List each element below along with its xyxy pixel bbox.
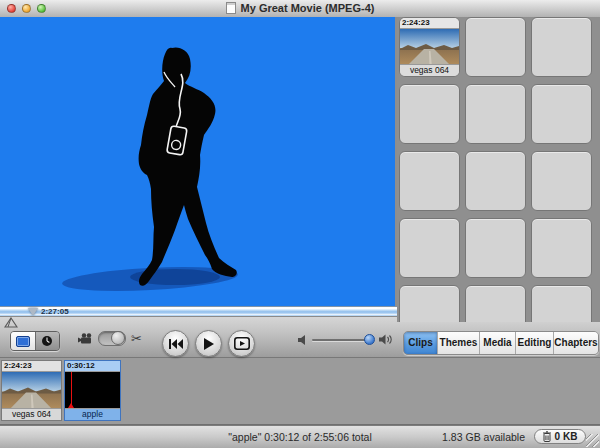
- window-title-text: My Great Movie (MPEG-4): [241, 2, 375, 14]
- volume-max-icon: [379, 334, 393, 345]
- timeline-clip-duration: 0:30:12: [65, 361, 120, 372]
- empty-clip-cell: [399, 285, 460, 322]
- camera-edit-mode-toggle: ✂: [78, 331, 142, 346]
- timeline-clip-name: vegas 064: [2, 408, 61, 420]
- toggle-knob[interactable]: [111, 331, 125, 345]
- empty-clip-cell: [465, 17, 526, 77]
- rewind-to-start-icon: [169, 339, 183, 349]
- timeline-clip-name: apple: [65, 408, 120, 420]
- empty-clip-cell: [531, 218, 592, 278]
- clip-duration: 2:24:23: [400, 18, 459, 29]
- timeline-clip-duration: 2:24:23: [2, 361, 61, 372]
- video-preview[interactable]: [0, 17, 397, 306]
- clip-thumbnail: [400, 29, 459, 64]
- timeline-clip-thumbnail: [2, 372, 61, 408]
- mode-toggle-switch[interactable]: [98, 331, 126, 346]
- volume-slider[interactable]: [312, 339, 374, 341]
- play-button[interactable]: [195, 330, 222, 357]
- timeline-clip-vegas[interactable]: 2:24:23 vegas 064: [1, 360, 62, 421]
- empty-clip-cell: [465, 218, 526, 278]
- empty-clip-cell: [399, 84, 460, 144]
- disk-available: 1.83 GB available: [442, 426, 525, 448]
- pane-tabs: Clips Themes Media Editing Chapters: [403, 331, 599, 355]
- scrubber-marker-icon[interactable]: [4, 317, 18, 329]
- tab-media[interactable]: Media: [479, 332, 515, 354]
- tab-editing[interactable]: Editing: [515, 332, 553, 354]
- empty-clip-cell: [399, 218, 460, 278]
- video-frame: [0, 17, 397, 306]
- video-monitor: 2:27:05: [0, 17, 397, 316]
- playhead-time: 2:27:05: [41, 307, 69, 316]
- empty-clip-cell: [465, 84, 526, 144]
- clips-shelf-pane: 2:24:23: [397, 17, 600, 322]
- empty-clip-cell: [465, 285, 526, 322]
- scrubber-bar[interactable]: 2:27:05: [0, 306, 397, 316]
- volume-knob[interactable]: [364, 334, 375, 345]
- title-bar: My Great Movie (MPEG-4): [0, 0, 600, 18]
- document-proxy-icon: [226, 2, 236, 14]
- trash-icon: [543, 431, 551, 442]
- clip-name: vegas 064: [400, 64, 459, 76]
- viewer-mode-switch: [10, 331, 60, 351]
- tab-chapters[interactable]: Chapters: [553, 332, 598, 354]
- volume-min-icon: [298, 335, 307, 345]
- clip-cell[interactable]: 2:24:23: [399, 17, 460, 77]
- trash-size: 0 KB: [555, 431, 578, 442]
- tab-themes[interactable]: Themes: [437, 332, 479, 354]
- resize-grip-icon[interactable]: [586, 434, 599, 447]
- trash-button[interactable]: 0 KB: [534, 429, 586, 444]
- playback-controls: [162, 330, 255, 357]
- playhead[interactable]: 2:27:05: [28, 307, 69, 316]
- timeline-clip-thumbnail: [65, 372, 120, 408]
- play-fullscreen-icon: [234, 337, 250, 350]
- camcorder-icon: [78, 333, 93, 344]
- status-bar: "apple" 0:30:12 of 2:55:06 total 1.83 GB…: [0, 425, 600, 448]
- tab-clips[interactable]: Clips: [404, 332, 437, 354]
- window-title: My Great Movie (MPEG-4): [0, 0, 600, 17]
- clip-viewer-button[interactable]: [11, 332, 35, 350]
- volume-control: [298, 334, 393, 345]
- clip-playhead-marker[interactable]: [71, 372, 72, 408]
- clip-viewer-icon: [16, 336, 30, 347]
- empty-clip-cell: [531, 285, 592, 322]
- desert-road-thumbnail: [2, 372, 61, 408]
- empty-clip-cell: [531, 84, 592, 144]
- shelf-clip-vegas[interactable]: 2:24:23: [400, 18, 459, 76]
- play-fullscreen-button[interactable]: [228, 330, 255, 357]
- play-icon: [203, 338, 214, 350]
- playhead-triangle-icon[interactable]: [28, 308, 38, 316]
- timeline-viewer-button[interactable]: [35, 332, 60, 350]
- empty-clip-cell: [531, 151, 592, 211]
- empty-clip-cell: [531, 17, 592, 77]
- empty-clip-cell: [465, 151, 526, 211]
- empty-clip-cell: [399, 151, 460, 211]
- scissors-icon: ✂: [131, 332, 142, 345]
- timeline-shelf[interactable]: 2:24:23 vegas 064 0:30:12: [0, 358, 600, 425]
- timeline-clip-apple[interactable]: 0:30:12 apple: [64, 360, 121, 421]
- clock-icon: [41, 335, 53, 347]
- rewind-to-start-button[interactable]: [162, 330, 189, 357]
- desert-road-thumbnail: [400, 29, 459, 64]
